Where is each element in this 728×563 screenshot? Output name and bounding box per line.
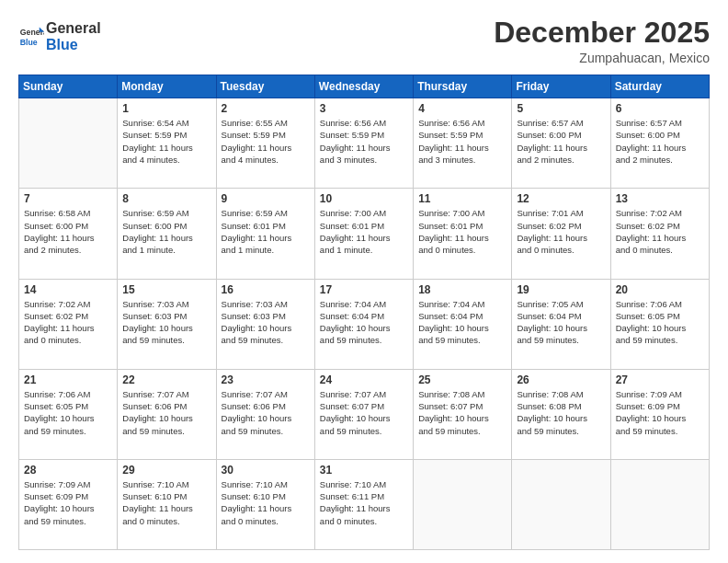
day-cell: 20Sunrise: 7:06 AM Sunset: 6:05 PM Dayli… [610,279,709,369]
weekday-row: SundayMondayTuesdayWednesdayThursdayFrid… [19,75,710,98]
day-cell: 9Sunrise: 6:59 AM Sunset: 6:01 PM Daylig… [216,189,314,279]
day-cell: 17Sunrise: 7:04 AM Sunset: 6:04 PM Dayli… [314,279,413,369]
day-info: Sunrise: 7:02 AM Sunset: 6:02 PM Dayligh… [24,298,112,347]
day-cell: 12Sunrise: 7:01 AM Sunset: 6:02 PM Dayli… [512,189,610,279]
day-number: 14 [24,283,112,296]
day-info: Sunrise: 7:09 AM Sunset: 6:09 PM Dayligh… [616,388,704,437]
day-number: 13 [616,192,704,205]
weekday-header-sunday: Sunday [19,75,118,98]
day-info: Sunrise: 7:02 AM Sunset: 6:02 PM Dayligh… [616,207,704,256]
weekday-header-friday: Friday [512,75,610,98]
day-info: Sunrise: 6:59 AM Sunset: 6:01 PM Dayligh… [222,207,310,256]
day-info: Sunrise: 7:07 AM Sunset: 6:06 PM Dayligh… [222,388,310,437]
day-number: 5 [517,102,605,115]
logo-icon: General Blue [18,24,44,50]
day-cell: 5Sunrise: 6:57 AM Sunset: 6:00 PM Daylig… [512,98,610,189]
day-info: Sunrise: 7:04 AM Sunset: 6:04 PM Dayligh… [418,298,506,347]
day-info: Sunrise: 7:03 AM Sunset: 6:03 PM Dayligh… [222,298,310,347]
day-cell: 7Sunrise: 6:58 AM Sunset: 6:00 PM Daylig… [19,189,118,279]
day-number: 22 [122,373,210,386]
day-cell: 1Sunrise: 6:54 AM Sunset: 5:59 PM Daylig… [118,98,216,189]
day-cell: 10Sunrise: 7:00 AM Sunset: 6:01 PM Dayli… [314,189,413,279]
day-cell: 4Sunrise: 6:56 AM Sunset: 5:59 PM Daylig… [414,98,512,189]
calendar-header: SundayMondayTuesdayWednesdayThursdayFrid… [19,75,710,98]
day-number: 20 [616,283,704,296]
calendar: SundayMondayTuesdayWednesdayThursdayFrid… [18,75,710,550]
day-number: 1 [122,102,210,115]
day-cell: 14Sunrise: 7:02 AM Sunset: 6:02 PM Dayli… [19,279,118,369]
day-info: Sunrise: 7:10 AM Sunset: 6:10 PM Dayligh… [222,478,310,527]
day-number: 18 [418,283,506,296]
title-block: December 2025 Zumpahuacan, Mexico [494,17,710,65]
day-info: Sunrise: 6:59 AM Sunset: 6:00 PM Dayligh… [122,207,210,256]
day-info: Sunrise: 7:10 AM Sunset: 6:11 PM Dayligh… [320,478,408,527]
week-row-2: 7Sunrise: 6:58 AM Sunset: 6:00 PM Daylig… [19,189,710,279]
day-number: 9 [222,192,310,205]
day-cell: 2Sunrise: 6:55 AM Sunset: 5:59 PM Daylig… [216,98,314,189]
svg-text:Blue: Blue [20,37,38,46]
logo-text: General Blue [46,20,101,52]
week-row-3: 14Sunrise: 7:02 AM Sunset: 6:02 PM Dayli… [19,279,710,369]
day-number: 25 [418,373,506,386]
day-cell: 22Sunrise: 7:07 AM Sunset: 6:06 PM Dayli… [118,369,216,459]
day-cell: 29Sunrise: 7:10 AM Sunset: 6:10 PM Dayli… [118,459,216,549]
day-info: Sunrise: 7:00 AM Sunset: 6:01 PM Dayligh… [320,207,408,256]
day-cell [414,459,512,549]
day-number: 23 [222,373,310,386]
day-info: Sunrise: 7:10 AM Sunset: 6:10 PM Dayligh… [122,478,210,527]
day-number: 28 [24,464,112,477]
day-cell: 8Sunrise: 6:59 AM Sunset: 6:00 PM Daylig… [118,189,216,279]
day-number: 3 [320,102,408,115]
day-number: 2 [222,102,310,115]
day-info: Sunrise: 7:08 AM Sunset: 6:08 PM Dayligh… [517,388,605,437]
day-number: 19 [517,283,605,296]
day-number: 26 [517,373,605,386]
day-number: 17 [320,283,408,296]
day-info: Sunrise: 7:06 AM Sunset: 6:05 PM Dayligh… [616,298,704,347]
day-number: 30 [222,464,310,477]
day-cell [610,459,709,549]
day-cell: 3Sunrise: 6:56 AM Sunset: 5:59 PM Daylig… [314,98,413,189]
weekday-header-saturday: Saturday [610,75,709,98]
week-row-1: 1Sunrise: 6:54 AM Sunset: 5:59 PM Daylig… [19,98,710,189]
day-cell: 23Sunrise: 7:07 AM Sunset: 6:06 PM Dayli… [216,369,314,459]
header: General Blue General Blue December 2025 … [18,17,710,65]
day-cell: 13Sunrise: 7:02 AM Sunset: 6:02 PM Dayli… [610,189,709,279]
day-cell: 19Sunrise: 7:05 AM Sunset: 6:04 PM Dayli… [512,279,610,369]
day-number: 31 [320,464,408,477]
day-cell: 15Sunrise: 7:03 AM Sunset: 6:03 PM Dayli… [118,279,216,369]
day-info: Sunrise: 7:09 AM Sunset: 6:09 PM Dayligh… [24,478,112,527]
day-info: Sunrise: 6:58 AM Sunset: 6:00 PM Dayligh… [24,207,112,256]
day-cell: 24Sunrise: 7:07 AM Sunset: 6:07 PM Dayli… [314,369,413,459]
day-number: 27 [616,373,704,386]
day-info: Sunrise: 6:56 AM Sunset: 5:59 PM Dayligh… [418,117,506,166]
day-info: Sunrise: 7:04 AM Sunset: 6:04 PM Dayligh… [320,298,408,347]
day-cell: 18Sunrise: 7:04 AM Sunset: 6:04 PM Dayli… [414,279,512,369]
day-number: 15 [122,283,210,296]
day-info: Sunrise: 6:55 AM Sunset: 5:59 PM Dayligh… [222,117,310,166]
day-cell: 31Sunrise: 7:10 AM Sunset: 6:11 PM Dayli… [314,459,413,549]
logo: General Blue General Blue [18,20,101,52]
day-cell: 6Sunrise: 6:57 AM Sunset: 6:00 PM Daylig… [610,98,709,189]
day-cell [19,98,118,189]
day-info: Sunrise: 7:03 AM Sunset: 6:03 PM Dayligh… [122,298,210,347]
day-cell: 25Sunrise: 7:08 AM Sunset: 6:07 PM Dayli… [414,369,512,459]
day-info: Sunrise: 7:06 AM Sunset: 6:05 PM Dayligh… [24,388,112,437]
day-number: 11 [418,192,506,205]
day-cell: 30Sunrise: 7:10 AM Sunset: 6:10 PM Dayli… [216,459,314,549]
day-number: 4 [418,102,506,115]
logo-blue-text: Blue [46,37,78,52]
day-cell: 26Sunrise: 7:08 AM Sunset: 6:08 PM Dayli… [512,369,610,459]
day-number: 8 [122,192,210,205]
day-number: 12 [517,192,605,205]
day-info: Sunrise: 6:57 AM Sunset: 6:00 PM Dayligh… [616,117,704,166]
weekday-header-thursday: Thursday [414,75,512,98]
day-info: Sunrise: 7:05 AM Sunset: 6:04 PM Dayligh… [517,298,605,347]
location: Zumpahuacan, Mexico [494,51,710,65]
day-info: Sunrise: 7:08 AM Sunset: 6:07 PM Dayligh… [418,388,506,437]
day-info: Sunrise: 7:07 AM Sunset: 6:06 PM Dayligh… [122,388,210,437]
page: General Blue General Blue December 2025 … [0,0,728,563]
weekday-header-wednesday: Wednesday [314,75,413,98]
day-info: Sunrise: 7:07 AM Sunset: 6:07 PM Dayligh… [320,388,408,437]
day-number: 6 [616,102,704,115]
